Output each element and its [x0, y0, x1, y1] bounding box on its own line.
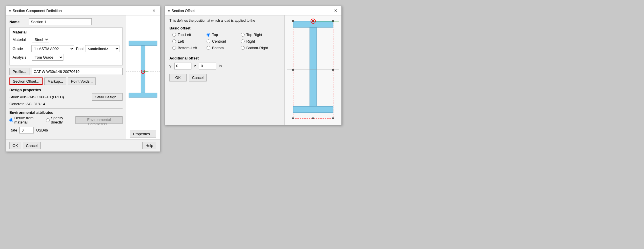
left-dialog-title-icon: ■	[9, 9, 11, 13]
pool-label: Pool	[76, 47, 83, 51]
name-label: Name	[9, 20, 27, 24]
preview-bottom: Properties...	[126, 128, 160, 139]
section-component-dialog: ■ Section Component Definition ✕ Name Ma…	[6, 6, 160, 152]
right-radio[interactable]	[241, 39, 245, 43]
z-input[interactable]	[199, 63, 216, 69]
offset-description: This defines the position at which a loa…	[169, 18, 280, 23]
grade-label: Grade	[13, 47, 30, 51]
bottom-left-label[interactable]: Bottom-Left	[172, 46, 207, 50]
right-ok-button[interactable]: OK	[169, 74, 187, 81]
svg-rect-17	[292, 117, 294, 119]
left-cancel-button[interactable]: Cancel	[23, 142, 41, 149]
basic-offset-section: Basic offset Top-Left Top Top-Right	[169, 26, 280, 50]
bottom-left-text: Bottom-Left	[178, 46, 197, 50]
right-dialog-titlebar: ■ Section Offset ✕	[165, 6, 341, 15]
top-right-label[interactable]: Top-Right	[241, 33, 275, 37]
steel-design-row: Steel: ANSI/AISC 360-10 (LRFD) Steel Des…	[9, 93, 123, 101]
bottom-text: Bottom	[212, 46, 224, 50]
properties-button[interactable]: Properties...	[130, 130, 156, 138]
derive-from-material-label[interactable]: Derive from material	[9, 116, 43, 124]
left-form: Name Material Material Steel Grade 1 : A…	[6, 15, 126, 139]
grade-select[interactable]: 1 : ASTM A992	[31, 45, 74, 52]
z-label: z	[194, 64, 196, 68]
profile-button[interactable]: Profile...	[9, 68, 29, 75]
env-row: Derive from material Specify directly En…	[9, 116, 123, 124]
right-dialog-close-button[interactable]: ✕	[333, 8, 339, 13]
analysis-label: Analysis	[13, 55, 30, 59]
section-offset-button[interactable]: Section Offset...	[9, 77, 43, 85]
design-props-section: Design properties Steel: ANSI/AISC 360-1…	[9, 88, 123, 106]
preview-canvas	[126, 15, 160, 128]
ibeam-container	[126, 15, 160, 128]
svg-rect-19	[332, 117, 334, 119]
markup-button[interactable]: Markup...	[44, 77, 66, 85]
point-voids-button[interactable]: Point Voids...	[68, 77, 96, 85]
design-props-title: Design properties	[9, 88, 123, 92]
specify-radio[interactable]	[46, 118, 50, 122]
pool-select[interactable]: <undefined>	[85, 45, 119, 52]
bottom-label[interactable]: Bottom	[207, 46, 241, 50]
top-left-label[interactable]: Top-Left	[172, 33, 207, 37]
concrete-label: Concrete: ACI 318-14	[9, 102, 123, 106]
rate-row: Rate USD/lb	[9, 127, 123, 134]
bottom-right-text: Bottom-Right	[246, 46, 268, 50]
bottom-right-radio[interactable]	[241, 46, 245, 50]
right-form: This defines the position at which a loa…	[165, 15, 284, 125]
left-label[interactable]: Left	[172, 39, 207, 43]
offset-grid: Top-Left Top Top-Right Left	[172, 33, 280, 50]
top-label[interactable]: Top	[207, 33, 241, 37]
top-right-text: Top-Right	[246, 33, 262, 37]
additional-offset-title: Additional offset	[169, 56, 280, 60]
right-cancel-button[interactable]: Cancel	[189, 74, 207, 81]
material-select[interactable]: Steel	[32, 36, 49, 43]
y-input[interactable]	[174, 63, 191, 69]
y-label: y	[169, 64, 171, 68]
centroid-radio[interactable]	[207, 39, 210, 43]
svg-rect-2	[129, 93, 157, 97]
rate-unit: USD/lb	[36, 128, 48, 132]
additional-offset-section: Additional offset y z in	[169, 56, 280, 69]
material-section: Material Material Steel Grade 1 : ASTM A…	[9, 27, 123, 65]
left-radio[interactable]	[172, 39, 176, 43]
right-label[interactable]: Right	[241, 39, 275, 43]
steel-design-button[interactable]: Steel Design...	[92, 93, 123, 101]
name-input[interactable]	[29, 18, 92, 25]
name-row: Name	[9, 18, 123, 25]
centroid-label[interactable]: Centroid	[207, 39, 241, 43]
svg-rect-16	[332, 69, 334, 71]
top-left-text: Top-Left	[178, 33, 191, 37]
bottom-radio[interactable]	[207, 46, 210, 50]
derive-radio[interactable]	[9, 118, 13, 122]
profile-input[interactable]	[32, 68, 123, 75]
basic-offset-title: Basic offset	[169, 26, 280, 30]
svg-rect-12	[292, 20, 294, 22]
top-left-radio[interactable]	[172, 33, 176, 37]
bottom-left-radio[interactable]	[172, 46, 176, 50]
left-dialog-title: Section Component Definition	[13, 9, 62, 13]
profile-row: Profile...	[9, 68, 123, 75]
left-ok-cancel: OK Cancel	[9, 142, 41, 149]
rate-label: Rate	[9, 128, 17, 132]
analysis-select[interactable]: from Grade	[32, 54, 63, 61]
action-buttons-row: Section Offset... Markup... Point Voids.…	[9, 77, 123, 85]
right-dialog-body: This defines the position at which a loa…	[165, 15, 341, 125]
top-radio[interactable]	[207, 33, 210, 37]
help-button[interactable]: Help	[142, 142, 156, 149]
env-params-button[interactable]: Environmental Parameters...	[75, 116, 123, 124]
svg-rect-0	[129, 41, 157, 45]
top-text: Top	[212, 33, 218, 37]
env-title: Environmental attributes	[9, 110, 123, 115]
left-dialog-close-button[interactable]: ✕	[151, 8, 157, 13]
grade-row: Grade 1 : ASTM A992 Pool <undefined>	[13, 45, 119, 52]
rate-input[interactable]	[19, 127, 34, 134]
left-ok-button[interactable]: OK	[9, 142, 21, 149]
specify-directly-label[interactable]: Specify directly	[46, 116, 72, 124]
section-preview: Properties...	[126, 15, 160, 139]
right-ok-cancel: OK Cancel	[169, 74, 280, 81]
left-dialog-title-group: ■ Section Component Definition	[9, 9, 62, 13]
top-right-radio[interactable]	[241, 33, 245, 37]
left-bottom-buttons: OK Cancel Help	[6, 139, 160, 152]
bottom-right-label[interactable]: Bottom-Right	[241, 46, 275, 50]
specify-text: Specify directly	[51, 116, 72, 124]
section-offset-dialog: ■ Section Offset ✕ This defines the posi…	[165, 6, 342, 125]
